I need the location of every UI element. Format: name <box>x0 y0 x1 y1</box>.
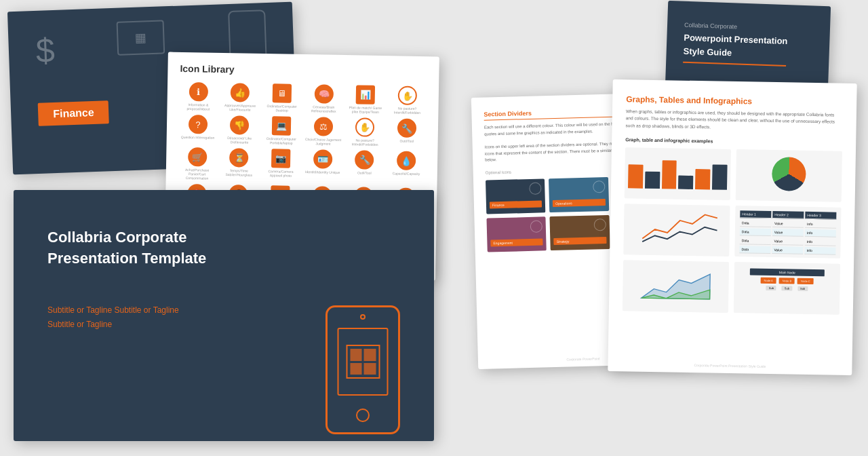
icon-cell: 🔧 Outil/Tool <box>345 150 384 183</box>
graphs-body-text: When graphs, tables or infographics are … <box>625 108 842 133</box>
phone-graphic <box>326 292 414 441</box>
graphs-heading: Graphs, Tables and Infographics <box>626 94 843 108</box>
mini-slide-icon <box>530 220 542 232</box>
icon-cell: 📊 Plan de match/ Game plan Equipe/Team <box>347 85 384 114</box>
icon-cell: 📷 Camera/Camera Appareil photo <box>262 149 300 182</box>
data-table: Header 1Header 2Header 3 DataValueInfo D… <box>738 209 837 256</box>
phone-screen-inner <box>346 345 380 379</box>
mini-slide-label: Finance <box>490 200 542 208</box>
mini-slide-icon <box>529 182 541 194</box>
card-main-presentation: Collabria CorporatePresentation Template… <box>14 190 434 441</box>
icon-cell: 🖥 Ordinator/Computer Desktop <box>263 83 301 113</box>
icon-cell: 🪪 Identité/Identity Unique <box>304 149 342 183</box>
graph-examples-grid: Header 1Header 2Header 3 DataValueInfo D… <box>623 147 842 315</box>
table-example: Header 1Header 2Header 3 DataValueInfo D… <box>734 206 841 259</box>
mini-slide-icon <box>593 218 606 231</box>
org-chart-example: Main Node Node A Node B Node C Sub Sub S… <box>734 262 840 315</box>
id-icon: 🪪 <box>313 149 332 168</box>
no-icon: ✋ <box>398 86 417 104</box>
icon-cell: 🔧 Outil/Tool <box>388 118 426 147</box>
mini-slide-label: Strategy <box>554 237 607 245</box>
info-icon: ℹ <box>189 82 208 101</box>
phone-screen <box>338 328 389 396</box>
wrench-icon: 🔧 <box>397 118 416 137</box>
icon-cell: ⚖ Choix/Choice Jugement Judgment <box>304 117 342 146</box>
bar-2 <box>645 172 660 189</box>
icon-cell: ? Question Interrogation <box>179 115 217 144</box>
card-icon: ▦ <box>117 20 165 55</box>
finance-label: Finance <box>38 100 110 126</box>
style-guide-underline <box>683 62 786 66</box>
scene: $ ▦ Finance Icon Library ℹ Information &… <box>0 0 868 456</box>
card-graphs-tables: Graphs, Tables and Infographics When gra… <box>608 79 856 375</box>
line-chart-svg <box>627 207 727 246</box>
mini-slide-engagement: Engagement <box>486 216 547 252</box>
icon-cell: ✋ No pasture? Interdit/Forbidden <box>389 86 427 115</box>
approve-icon: 👍 <box>231 83 250 102</box>
icon-library-title: Icon Library <box>180 63 427 78</box>
brain-icon: 🧠 <box>314 84 333 103</box>
mini-slide-icon <box>593 180 605 193</box>
mini-slide-finance: Finance <box>486 178 546 214</box>
icon-cell: 👎 Désaccord/ Like Disfavourite <box>220 115 258 145</box>
icon-cell: 💻 Ordinator/Computer Portable/laptop <box>262 116 300 145</box>
pie-chart-example <box>736 149 842 202</box>
icon-cell: 👍 Approuver/Approuve Like/Favourite <box>221 83 259 112</box>
dollar-icon: $ <box>35 31 56 71</box>
icon-cell: 🧠 Cerveau/Brain Reference/reflex <box>304 84 342 113</box>
computer-icon: 🖥 <box>273 83 292 102</box>
hourglass-icon: ⏳ <box>229 148 248 167</box>
icon-cell: 💧 Capacité/Capacity <box>387 151 426 184</box>
phone-camera-icon <box>360 314 366 320</box>
phone-home-button <box>356 408 370 422</box>
icon-cell: ⏳ Temps/Time Sablier/Hourglass <box>220 148 258 181</box>
icon-cell: 🛒 Achat/Purchase Panier/Cart Consommatio… <box>178 147 216 180</box>
area-chart-svg <box>626 263 726 303</box>
pie-chart <box>772 157 806 191</box>
cart-icon: 🛒 <box>188 147 207 166</box>
bar-6 <box>712 164 727 190</box>
tool-icon: 🔧 <box>355 150 374 169</box>
mini-slide-label: Operations <box>553 199 606 207</box>
mini-slide-label: Engagement <box>490 238 543 246</box>
laptop-icon: 💻 <box>272 116 291 135</box>
bar-3 <box>662 160 677 189</box>
bar-1 <box>628 164 643 188</box>
graphs-examples-subtitle: Graph, table and infographic examples <box>625 137 842 146</box>
camera-icon: 📷 <box>271 149 290 168</box>
balance-icon: ⚖ <box>314 117 333 136</box>
bar-chart-example <box>625 147 731 200</box>
chart-icon: 📊 <box>356 85 375 104</box>
area-chart-example <box>623 260 729 313</box>
bar-chart <box>628 151 728 190</box>
style-guide-title: Powerpoint PresentationStyle Guide <box>683 31 812 62</box>
hand-icon: ✋ <box>355 117 374 136</box>
bar-4 <box>678 176 693 189</box>
mini-slide-strategy: Strategy <box>550 215 610 250</box>
main-presentation-title: Collabria CorporatePresentation Template <box>47 227 400 269</box>
dislike-icon: 👎 <box>230 115 249 134</box>
drop-icon: 💧 <box>397 151 416 170</box>
line-chart-example <box>623 204 730 256</box>
bar-5 <box>695 169 710 189</box>
mini-slide-operations: Operations <box>549 177 609 212</box>
graphs-doc-footer: Corporate PowerPoint Presentation Style … <box>608 362 852 370</box>
icon-cell: ℹ Information & proposal/About <box>179 82 217 111</box>
icon-cell: ✋ No pasture? Interdit/Forbidden <box>346 117 384 147</box>
phone-body <box>326 305 400 434</box>
question-icon: ? <box>189 115 208 134</box>
